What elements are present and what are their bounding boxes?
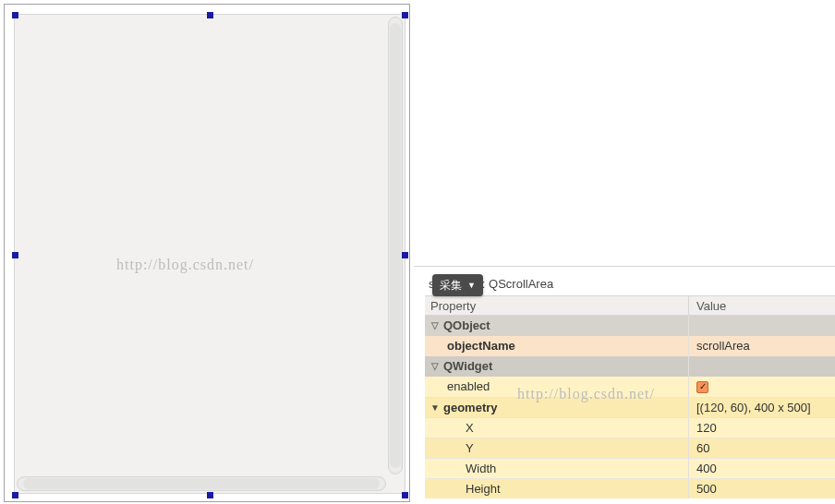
prop-x-value[interactable]: 120 xyxy=(689,418,835,438)
horizontal-scrollbar-thumb[interactable] xyxy=(23,478,380,489)
enabled-checkbox[interactable] xyxy=(696,381,708,393)
panel-divider xyxy=(414,266,835,267)
prop-y-label: Y xyxy=(425,438,689,458)
form-window xyxy=(4,4,410,502)
prop-width-label: Width xyxy=(425,459,689,478)
layout-grid-dots xyxy=(17,17,386,474)
group-qwidget[interactable]: QWidget xyxy=(425,356,835,377)
resize-handle-sw[interactable] xyxy=(12,492,18,498)
prop-width-value[interactable]: 400 xyxy=(689,459,835,478)
resize-handle-nw[interactable] xyxy=(12,12,18,18)
prop-height-value[interactable]: 500 xyxy=(689,479,835,498)
resize-handle-s[interactable] xyxy=(207,492,213,498)
vertical-scrollbar-thumb[interactable] xyxy=(390,23,401,468)
prop-objectname-label: objectName xyxy=(447,336,515,356)
resize-handle-w[interactable] xyxy=(12,252,18,258)
property-editor: scrollArea: QScrollArea Property Value Q… xyxy=(425,273,835,504)
expand-icon[interactable] xyxy=(430,356,440,377)
vertical-scrollbar[interactable] xyxy=(388,17,403,474)
resize-handle-ne[interactable] xyxy=(402,12,408,18)
row-enabled[interactable]: enabled xyxy=(425,377,835,397)
horizontal-scrollbar[interactable] xyxy=(17,476,386,491)
expand-icon[interactable] xyxy=(430,398,440,418)
selected-object-header: scrollArea: QScrollArea xyxy=(425,273,835,295)
resize-handle-n[interactable] xyxy=(207,12,213,18)
prop-geometry-value[interactable]: [(120, 60), 400 x 500] xyxy=(689,398,835,417)
row-y[interactable]: Y 60 xyxy=(425,438,835,458)
prop-objectname-value[interactable]: scrollArea xyxy=(689,336,835,356)
header-property-col[interactable]: Property xyxy=(425,296,689,315)
row-geometry[interactable]: geometry [(120, 60), 400 x 500] xyxy=(425,397,835,417)
prop-y-value[interactable]: 60 xyxy=(689,438,835,458)
right-empty-area xyxy=(414,0,835,266)
row-width[interactable]: Width 400 xyxy=(425,458,835,478)
group-qobject[interactable]: QObject xyxy=(425,316,835,336)
prop-x-label: X xyxy=(425,418,689,438)
expand-icon[interactable] xyxy=(430,316,440,336)
capture-badge-label: 采集 xyxy=(440,278,462,294)
header-value-col[interactable]: Value xyxy=(689,296,835,315)
designer-canvas-area xyxy=(0,0,414,504)
prop-enabled-label: enabled xyxy=(425,377,689,397)
prop-geometry-label: geometry xyxy=(443,398,498,418)
row-height[interactable]: Height 500 xyxy=(425,478,835,498)
row-x[interactable]: X 120 xyxy=(425,417,835,438)
prop-height-label: Height xyxy=(425,479,689,498)
selected-object-class: QScrollArea xyxy=(489,277,553,291)
group-label-qwidget: QWidget xyxy=(443,356,492,377)
scrollarea-widget[interactable] xyxy=(14,14,405,494)
scrollarea-viewport xyxy=(17,17,386,474)
resize-handle-se[interactable] xyxy=(402,492,408,498)
resize-handle-e[interactable] xyxy=(402,252,408,258)
capture-badge[interactable]: 采集 ▼ xyxy=(432,274,483,296)
row-objectname[interactable]: objectName scrollArea xyxy=(425,336,835,356)
group-label-qobject: QObject xyxy=(443,316,490,336)
property-table-header: Property Value xyxy=(425,295,835,316)
chevron-down-icon: ▼ xyxy=(467,281,476,290)
